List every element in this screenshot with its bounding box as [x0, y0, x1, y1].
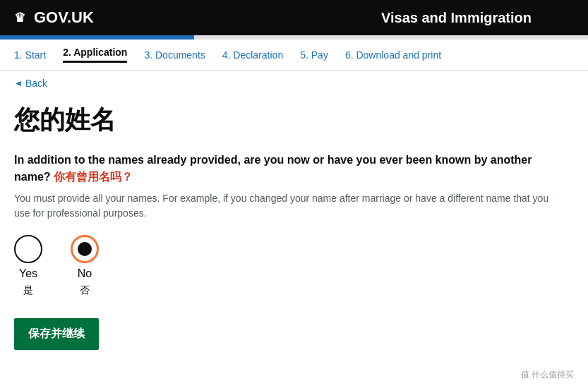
radio-option-yes[interactable]: Yes 是: [14, 235, 42, 297]
hint-text: You must provide all your names. For exa…: [14, 191, 565, 221]
step-declaration[interactable]: 4. Declaration: [222, 49, 283, 61]
back-label: Back: [25, 78, 47, 89]
radio-option-no[interactable]: No 否: [71, 235, 99, 297]
step-download[interactable]: 6. Download and print: [345, 49, 441, 61]
logo-text: GOV.UK: [34, 8, 94, 27]
radio-button-yes[interactable]: [14, 235, 42, 263]
radio-label-yes-en: Yes: [19, 267, 37, 280]
step-pay[interactable]: 5. Pay: [300, 49, 328, 61]
watermark: 值 什么值得买: [521, 369, 574, 381]
site-header: ♛ GOV.UK Visas and Immigration: [0, 0, 588, 35]
service-title: Visas and Immigration: [381, 10, 532, 26]
step-start[interactable]: 1. Start: [14, 49, 46, 61]
radio-button-no[interactable]: [71, 235, 99, 263]
radio-group: Yes 是 No 否: [14, 235, 574, 297]
page-heading: 您的姓名: [14, 103, 574, 138]
radio-label-no-cn: 否: [80, 284, 90, 297]
radio-label-no-en: No: [78, 267, 92, 280]
step-application[interactable]: 2. Application: [63, 47, 127, 63]
gov-logo: ♛ GOV.UK: [14, 8, 94, 27]
radio-label-yes-cn: 是: [23, 284, 33, 297]
back-arrow-icon: ◄: [14, 78, 23, 88]
save-continue-button[interactable]: 保存并继续: [14, 318, 99, 350]
radio-inner-fill: [78, 242, 92, 256]
question-cn: 你有曾用名吗？: [54, 171, 133, 183]
step-navigation: 1. Start 2. Application 3. Documents 4. …: [0, 40, 588, 71]
crown-icon: ♛: [14, 10, 25, 25]
step-documents[interactable]: 3. Documents: [144, 49, 205, 61]
question-text: In addition to the names already provide…: [14, 152, 565, 186]
back-link[interactable]: ◄ Back: [0, 71, 588, 96]
main-content: 您的姓名 In addition to the names already pr…: [0, 96, 588, 371]
